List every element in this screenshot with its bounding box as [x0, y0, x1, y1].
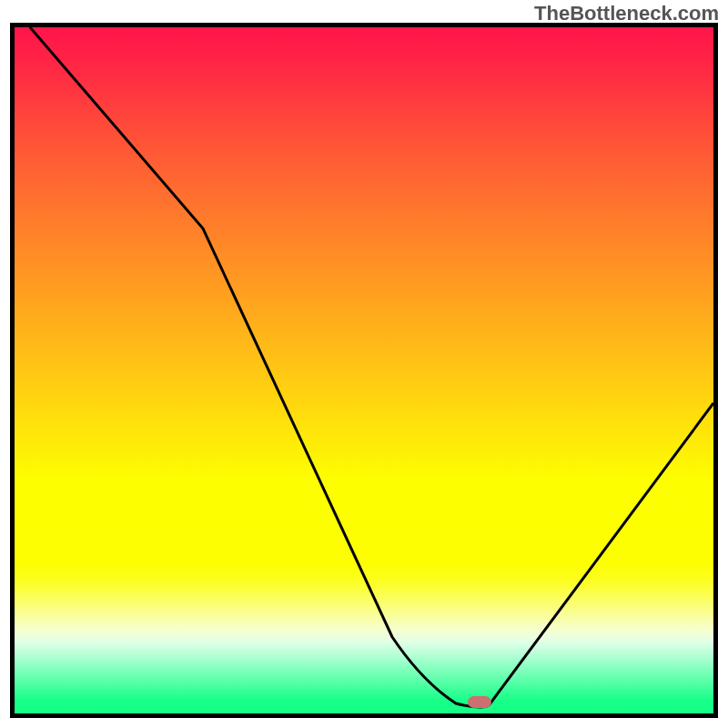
curve-svg	[15, 27, 713, 713]
watermark-text: TheBottleneck.com	[534, 2, 719, 25]
optimal-marker	[468, 696, 491, 708]
plot-area	[10, 23, 718, 718]
bottleneck-curve	[30, 27, 713, 707]
chart-container: TheBottleneck.com	[0, 0, 728, 728]
